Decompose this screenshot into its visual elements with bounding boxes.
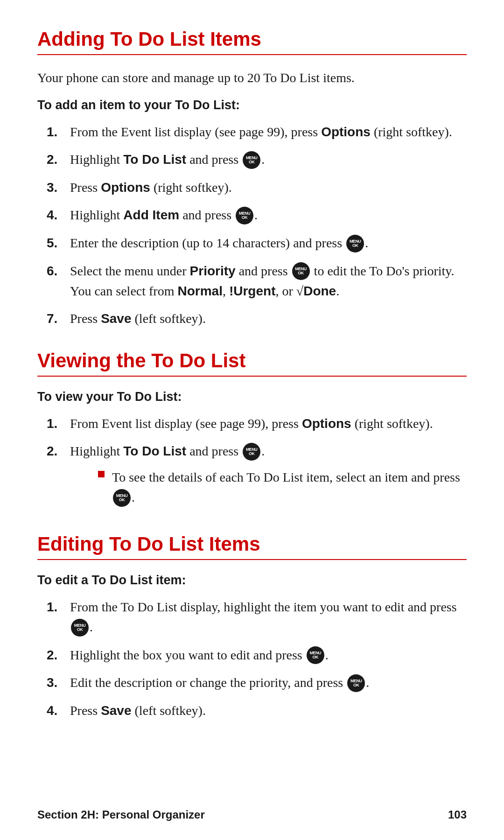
step-number: 2. (47, 149, 70, 169)
section-editing: Editing To Do List Items To edit a To Do… (37, 533, 467, 721)
step-content: From the Event list display (see page 99… (70, 122, 467, 142)
list-item: 1. From the Event list display (see page… (47, 122, 467, 142)
step-content: Press Save (left softkey). (70, 700, 467, 721)
step-number: 4. (47, 700, 70, 721)
list-item: 4. Press Save (left softkey). (47, 700, 467, 721)
section-title-adding: Adding To Do List Items (37, 28, 467, 55)
step-number: 1. (47, 597, 70, 617)
menu-ok-button: MENUOK (113, 489, 131, 507)
list-item: 4. Highlight Add Item and press MENUOK. (47, 205, 467, 225)
list-item: 5. Enter the description (up to 14 chara… (47, 233, 467, 253)
bold-normal: Normal (177, 284, 222, 298)
step-number: 2. (47, 645, 70, 665)
section-adding: Adding To Do List Items Your phone can s… (37, 28, 467, 329)
step-content: Enter the description (up to 14 characte… (70, 233, 467, 253)
footer-page-number: 103 (448, 808, 467, 821)
step-number: 1. (47, 413, 70, 434)
list-item: 1. From the To Do List display, highligh… (47, 597, 467, 637)
bold-options: Options (101, 180, 150, 195)
list-item: 7. Press Save (left softkey). (47, 308, 467, 329)
step-number: 7. (47, 308, 70, 329)
list-item: 2. Highlight To Do List and press MENUOK… (47, 441, 467, 512)
step-number: 1. (47, 122, 70, 142)
bullet-square-icon (98, 471, 105, 477)
sub-heading-viewing: To view your To Do List: (37, 390, 467, 404)
footer-section-label: Section 2H: Personal Organizer (37, 808, 205, 821)
menu-ok-button: MENUOK (347, 674, 365, 692)
bold-options: Options (302, 416, 351, 431)
bold-additem: Add Item (123, 208, 179, 222)
section-intro: Your phone can store and manage up to 20… (37, 68, 467, 88)
step-content: Select the menu under Priority and press… (70, 261, 467, 301)
sub-heading-adding: To add an item to your To Do List: (37, 98, 467, 112)
bold-todolist: To Do List (123, 152, 186, 167)
step-number: 6. (47, 261, 70, 281)
step-content: Edit the description or change the prior… (70, 672, 467, 693)
bold-save: Save (101, 311, 131, 326)
step-content: From Event list display (see page 99), p… (70, 413, 467, 434)
menu-ok-button: MENUOK (243, 443, 260, 461)
step-content: From the To Do List display, highlight t… (70, 597, 467, 637)
menu-ok-button: MENUOK (307, 646, 324, 664)
menu-ok-button: MENUOK (243, 151, 260, 169)
list-item: 3. Press Options (right softkey). (47, 177, 467, 197)
step-content: Highlight the box you want to edit and p… (70, 645, 467, 665)
bold-options: Options (321, 125, 371, 139)
sub-heading-editing: To edit a To Do List item: (37, 573, 467, 588)
section-viewing: Viewing the To Do List To view your To D… (37, 350, 467, 512)
bold-priority: Priority (190, 264, 236, 278)
list-item: 2. Highlight To Do List and press MENUOK… (47, 149, 467, 170)
list-item: 1. From Event list display (see page 99)… (47, 413, 467, 434)
list-item: 2. Highlight the box you want to edit an… (47, 645, 467, 665)
step-content: Highlight To Do List and press MENUOK. (70, 149, 467, 170)
section-title-viewing: Viewing the To Do List (37, 350, 467, 377)
step-number: 3. (47, 672, 70, 693)
editing-steps-list: 1. From the To Do List display, highligh… (47, 597, 467, 721)
bullet-item: To see the details of each To Do List it… (98, 467, 467, 508)
menu-ok-button: MENUOK (292, 262, 310, 280)
menu-ok-button: MENUOK (71, 619, 89, 637)
menu-ok-button: MENUOK (236, 207, 253, 224)
viewing-steps-list: 1. From Event list display (see page 99)… (47, 413, 467, 512)
bold-urgent: !Urgent (229, 284, 276, 298)
list-item: 6. Select the menu under Priority and pr… (47, 261, 467, 301)
bold-save: Save (101, 703, 131, 718)
step-content: Press Options (right softkey). (70, 177, 467, 197)
list-item: 3. Edit the description or change the pr… (47, 672, 467, 693)
step-content: Press Save (left softkey). (70, 308, 467, 329)
adding-steps-list: 1. From the Event list display (see page… (47, 122, 467, 329)
step-number: 4. (47, 205, 70, 225)
menu-ok-button: MENUOK (346, 235, 364, 252)
step-content: Highlight To Do List and press MENUOK. T… (70, 441, 467, 512)
page-footer: Section 2H: Personal Organizer 103 (37, 808, 467, 821)
step-number: 5. (47, 233, 70, 253)
bold-todolist: To Do List (123, 444, 186, 458)
section-title-editing: Editing To Do List Items (37, 533, 467, 560)
page-content: Adding To Do List Items Your phone can s… (0, 0, 504, 788)
step-number: 3. (47, 177, 70, 197)
bullet-text: To see the details of each To Do List it… (112, 467, 467, 508)
bold-done: Done (303, 284, 336, 298)
bullet-list: To see the details of each To Do List it… (98, 467, 467, 508)
step-content: Highlight Add Item and press MENUOK. (70, 205, 467, 225)
step-number: 2. (47, 441, 70, 461)
